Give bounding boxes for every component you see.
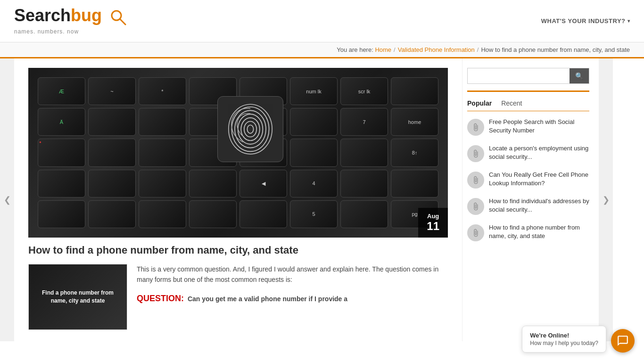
popular-item: How to find individual's addresses by so…: [467, 197, 589, 215]
key-30: 4: [290, 170, 338, 197]
breadcrumb-prefix: You are here:: [337, 46, 373, 53]
popular-item-icon: [467, 119, 484, 136]
key-32: [391, 170, 438, 197]
key-1: Æ: [38, 77, 85, 105]
popular-item-link[interactable]: How to find a phone number from name, ci…: [489, 223, 589, 240]
main-layout: ❮ Æ ~ * num lk scr lk Ä 7: [0, 58, 644, 341]
key-29: ◀: [239, 170, 287, 197]
industry-nav-arrow: ▾: [627, 18, 630, 24]
popular-item-icon: [467, 172, 484, 189]
key-2: ~: [88, 77, 136, 105]
popular-item-icon: [467, 198, 484, 215]
key-26: [88, 170, 136, 197]
popular-item-link[interactable]: Can You Really Get Free Cell Phone Looku…: [489, 171, 589, 188]
key-3: *: [139, 77, 186, 105]
popular-item-icon: [467, 145, 484, 162]
key-17: [38, 139, 85, 166]
breadcrumb-sep1: /: [394, 46, 396, 53]
key-11: [139, 108, 186, 136]
breadcrumb-sep2: /: [477, 46, 479, 53]
paperclip-icon: [471, 176, 480, 184]
key-36: [189, 200, 237, 228]
popular-item: Free People Search with Social Security …: [467, 118, 589, 136]
tab-popular[interactable]: Popular: [467, 99, 492, 108]
fingerprint-image: [217, 96, 283, 162]
key-37: [239, 200, 287, 228]
header: Searchbug names. numbers. now WHAT'S YOU…: [0, 0, 644, 42]
key-39: [340, 200, 388, 228]
key-9: Ä: [38, 108, 85, 136]
breadcrumb-current: How to find a phone number from name, ci…: [481, 46, 630, 53]
paperclip-icon: [471, 123, 480, 132]
thumbnail-text: Find a phone number from name, city and …: [29, 284, 127, 310]
search-box: 🔍: [467, 68, 589, 84]
popular-item-link[interactable]: Locate a person's employment using socia…: [489, 144, 589, 161]
date-badge: Aug 11: [418, 208, 448, 238]
key-8: [391, 77, 438, 105]
date-day: 11: [427, 220, 439, 233]
industry-nav-label: WHAT'S YOUR INDUSTRY?: [541, 17, 626, 25]
article-hero-image: Æ ~ * num lk scr lk Ä 7 home: [28, 68, 448, 238]
key-28: [189, 170, 237, 197]
popular-item-icon: [467, 224, 484, 241]
popular-item-link[interactable]: Free People Search with Social Security …: [489, 118, 589, 135]
breadcrumb-home[interactable]: Home: [375, 46, 391, 53]
tabs-row: Popular Recent: [467, 99, 589, 111]
popular-item: Can You Really Get Free Cell Phone Looku…: [467, 171, 589, 189]
logo[interactable]: Searchbug: [14, 7, 128, 27]
paperclip-icon: [471, 229, 480, 237]
article-intro-text: This is a very common question. And, I f…: [137, 264, 448, 285]
right-nav-arrow[interactable]: ❯: [599, 58, 613, 341]
question-text: Can you get me a valid phone number if I…: [188, 295, 347, 303]
article-text-block: This is a very common question. And, I f…: [137, 264, 448, 305]
key-14: [290, 108, 338, 136]
popular-item: Locate a person's employment using socia…: [467, 144, 589, 162]
key-35: [139, 200, 186, 228]
search-input[interactable]: [468, 68, 570, 83]
key-23: [340, 139, 388, 166]
svg-point-6: [235, 110, 266, 148]
key-15: 7: [340, 108, 388, 136]
chat-widget: We're Online! How may I help you today?: [522, 326, 606, 341]
left-nav-arrow[interactable]: ❮: [0, 58, 14, 341]
svg-point-2: [247, 125, 253, 133]
logo-area: Searchbug names. numbers. now: [14, 7, 128, 35]
article-question: QUESTION: Can you get me a valid phone n…: [137, 292, 448, 305]
key-25: [38, 170, 85, 197]
industry-nav[interactable]: WHAT'S YOUR INDUSTRY? ▾: [541, 17, 630, 25]
key-16: home: [391, 108, 438, 136]
paperclip-icon: [471, 149, 480, 158]
content-area: Æ ~ * num lk scr lk Ä 7 home: [14, 58, 462, 341]
popular-list: Free People Search with Social Security …: [467, 118, 589, 241]
article-title: How to find a phone number from name, ci…: [28, 244, 448, 256]
breadcrumb-section[interactable]: Validated Phone Information: [398, 46, 475, 53]
key-27: [139, 170, 186, 197]
fingerprint-svg: [224, 103, 276, 155]
key-34: [88, 200, 136, 228]
search-button[interactable]: 🔍: [570, 68, 589, 83]
search-underline: [467, 90, 589, 92]
chat-subtitle: How may I help you today?: [530, 340, 598, 341]
date-month: Aug: [427, 213, 439, 220]
key-22: [290, 139, 338, 166]
svg-point-3: [244, 122, 256, 137]
chat-icon: [617, 335, 629, 341]
popular-item-link[interactable]: How to find individual's addresses by so…: [489, 197, 589, 214]
tab-recent[interactable]: Recent: [501, 99, 522, 108]
key-10: [88, 108, 136, 136]
key-38: 5: [290, 200, 338, 228]
key-18: [88, 139, 136, 166]
key-31: [340, 170, 388, 197]
key-7: scr lk: [340, 77, 388, 105]
logo-icon: [108, 8, 128, 27]
logo-subtitle: names. numbers. now: [14, 28, 128, 35]
breadcrumb-bar: You are here: Home / Validated Phone Inf…: [0, 42, 644, 58]
logo-colored: bug: [71, 6, 102, 25]
chat-title: We're Online!: [530, 332, 598, 339]
article-body: Find a phone number from name, city and …: [28, 264, 448, 330]
sidebar: 🔍 Popular Recent Free People Search with…: [462, 58, 599, 341]
question-label: QUESTION:: [137, 294, 184, 303]
key-33: [38, 200, 85, 228]
key-19: [139, 139, 186, 166]
key-6: num lk: [290, 77, 338, 105]
